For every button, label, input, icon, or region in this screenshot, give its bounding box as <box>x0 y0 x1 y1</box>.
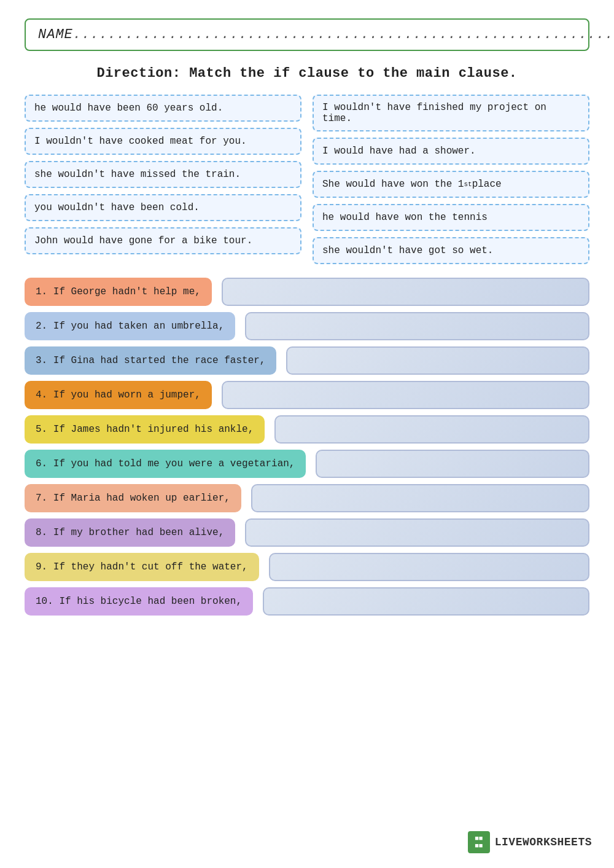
answer-box-7[interactable] <box>251 484 589 512</box>
question-label-5: 5. If James hadn't injured his ankle, <box>25 415 265 444</box>
right-item-1: I wouldn't have finished my project on t… <box>313 95 589 131</box>
question-label-8: 8. If my brother had been alive, <box>25 518 235 547</box>
answer-box-1[interactable] <box>222 278 589 306</box>
question-row-9: 9. If they hadn't cut off the water, <box>25 553 589 581</box>
right-item-4: he would have won the tennis <box>313 204 589 231</box>
logo-box: ■■■■ <box>468 831 490 853</box>
question-label-6: 6. If you had told me you were a vegetar… <box>25 450 306 478</box>
question-row-6: 6. If you had told me you were a vegetar… <box>25 450 589 478</box>
answer-box-8[interactable] <box>245 518 589 547</box>
question-label-4: 4. If you had worn a jumper, <box>25 381 212 409</box>
question-row-4: 4. If you had worn a jumper, <box>25 381 589 409</box>
question-label-2: 2. If you had taken an umbrella, <box>25 312 235 340</box>
right-item-3: She would have won the 1stplace <box>313 171 589 198</box>
header-box: NAME....................................… <box>25 18 589 51</box>
left-item-5: John would have gone for a bike tour. <box>25 227 301 254</box>
right-item-5: she wouldn't have got so wet. <box>313 237 589 264</box>
logo-text: LIVEWORKSHEETS <box>495 836 592 848</box>
direction-text: Direction: Match the if clause to the ma… <box>25 66 589 81</box>
match-area: he would have been 60 years old. I would… <box>25 95 589 264</box>
left-item-1: he would have been 60 years old. <box>25 95 301 122</box>
match-right-col: I wouldn't have finished my project on t… <box>313 95 589 264</box>
name-label: NAME <box>38 27 73 42</box>
question-label-1: 1. If George hadn't help me, <box>25 278 212 306</box>
left-item-2: I wouldn't have cooked meat for you. <box>25 128 301 155</box>
question-label-9: 9. If they hadn't cut off the water, <box>25 553 259 581</box>
question-row-8: 8. If my brother had been alive, <box>25 518 589 547</box>
question-row-7: 7. If Maria had woken up earlier, <box>25 484 589 512</box>
answer-box-4[interactable] <box>222 381 589 409</box>
answer-box-6[interactable] <box>316 450 589 478</box>
left-item-3: she wouldn't have missed the train. <box>25 161 301 188</box>
question-row-5: 5. If James hadn't injured his ankle, <box>25 415 589 444</box>
question-row-3: 3. If Gina had started the race faster, <box>25 346 589 375</box>
answer-box-10[interactable] <box>263 587 589 616</box>
right-item-2: I would have had a shower. <box>313 138 589 165</box>
question-label-7: 7. If Maria had woken up earlier, <box>25 484 241 512</box>
question-label-3: 3. If Gina had started the race faster, <box>25 346 276 375</box>
question-row-1: 1. If George hadn't help me, <box>25 278 589 306</box>
question-label-10: 10. If his bicycle had been broken, <box>25 587 253 616</box>
answer-box-3[interactable] <box>286 346 589 375</box>
match-left-col: he would have been 60 years old. I would… <box>25 95 301 264</box>
answer-box-2[interactable] <box>245 312 589 340</box>
answer-box-5[interactable] <box>274 415 589 444</box>
question-row-10: 10. If his bicycle had been broken, <box>25 587 589 616</box>
liveworksheets-logo: ■■■■ LIVEWORKSHEETS <box>468 831 592 853</box>
questions-area: 1. If George hadn't help me,2. If you ha… <box>25 278 589 616</box>
question-row-2: 2. If you had taken an umbrella, <box>25 312 589 340</box>
answer-box-9[interactable] <box>269 553 589 581</box>
left-item-4: you wouldn't have been cold. <box>25 194 301 221</box>
